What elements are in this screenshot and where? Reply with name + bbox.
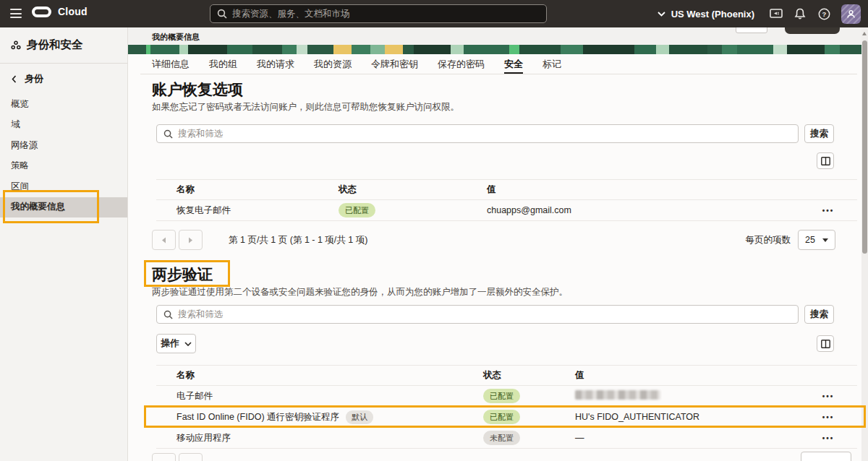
search-icon <box>163 310 173 319</box>
sidebar-item-network-sources[interactable]: 网络源 <box>0 135 127 156</box>
recovery-search-button[interactable]: 搜索 <box>804 124 834 143</box>
topbar: Cloud US West (Phoenix) ? <box>0 0 868 27</box>
next-page-button[interactable] <box>179 453 203 461</box>
sidebar-item-label: 网络源 <box>11 139 38 152</box>
column-header-status[interactable]: 状态 <box>483 369 575 382</box>
profile-menu[interactable] <box>841 4 861 24</box>
sidebar-item-label: 我的概要信息 <box>11 201 65 213</box>
row-name: 恢复电子邮件 <box>176 204 339 217</box>
announcements-icon[interactable] <box>770 7 783 20</box>
status-badge: 已配置 <box>483 410 520 424</box>
sidebar-back-identity[interactable]: 身份 <box>0 64 127 94</box>
sidebar-title-label: 身份和安全 <box>27 38 83 53</box>
twostep-column-picker-button[interactable] <box>817 335 834 352</box>
per-page-select[interactable]: 25 <box>798 230 835 250</box>
svg-text:?: ? <box>822 10 826 18</box>
main-content: 我的概要信息 详细信息 我的组 我的请求 我的资源 令牌和密钥 保存的密码 安全… <box>128 27 868 461</box>
chevron-down-icon <box>658 12 665 17</box>
sidebar-item-label: 区间 <box>11 181 29 193</box>
table-header: 名称 状态 值 <box>156 179 857 200</box>
tab-my-requests[interactable]: 我的请求 <box>257 58 294 74</box>
twostep-search-button[interactable]: 搜索 <box>804 305 834 324</box>
recovery-filter-input[interactable] <box>178 129 791 139</box>
status-badge: 已配置 <box>339 203 375 217</box>
notifications-icon[interactable] <box>793 7 807 20</box>
menu-icon[interactable] <box>10 9 22 18</box>
region-label: US West (Phoenix) <box>671 9 754 20</box>
tab-tags[interactable]: 标记 <box>542 58 561 74</box>
column-header-value[interactable]: 值 <box>575 369 799 382</box>
chevron-left-icon <box>12 75 17 83</box>
recovery-filter-field[interactable] <box>156 124 799 143</box>
row-value: chuapps@gmail.com <box>487 205 799 215</box>
row-actions-button[interactable]: ••• <box>822 392 835 400</box>
chevron-down-icon <box>822 238 828 242</box>
sidebar: 身份和安全 身份 概览 域 网络源 策略 区间 我的概要信息 <box>0 27 128 461</box>
table-row: 移动应用程序 未配置 — ••• <box>156 428 857 449</box>
search-icon <box>217 9 227 19</box>
global-search-input[interactable] <box>232 9 540 19</box>
tab-my-groups[interactable]: 我的组 <box>209 58 237 74</box>
prev-page-button[interactable] <box>152 453 176 461</box>
help-icon[interactable]: ? <box>817 7 830 20</box>
default-badge: 默认 <box>346 410 373 424</box>
table-row: 电子邮件 已配置 ••• <box>156 386 857 407</box>
search-icon <box>163 129 173 139</box>
person-icon <box>846 9 856 19</box>
sidebar-item-label: 域 <box>11 119 20 131</box>
row-actions-button[interactable]: ••• <box>822 207 835 215</box>
next-page-button[interactable] <box>179 230 203 250</box>
pagination-summary: 第 1 页/共 1 页 (第 1 - 1 项/共 1 项) <box>229 234 367 246</box>
twostep-section-description: 两步验证通过使用第二个设备或安全问题来验证您的身份，从而为您的账户增加了一层额外… <box>152 286 568 298</box>
tab-security[interactable]: 安全 <box>504 58 523 74</box>
row-actions-button[interactable]: ••• <box>822 434 835 442</box>
sidebar-item-label: 策略 <box>11 160 29 172</box>
row-value: HU's FIDO_AUTHENTICATOR <box>575 412 799 422</box>
tab-details[interactable]: 详细信息 <box>152 58 190 74</box>
prev-page-button[interactable] <box>152 230 176 250</box>
twostep-pagination-partial <box>152 453 205 461</box>
per-page-value: 25 <box>805 235 815 245</box>
identity-security-icon <box>11 40 21 50</box>
per-page-label: 每页的项数 <box>746 234 791 246</box>
sidebar-item-policies[interactable]: 策略 <box>0 156 127 177</box>
profile-tabs: 详细信息 我的组 我的请求 我的资源 令牌和密钥 保存的密码 安全 标记 <box>152 58 561 74</box>
column-header-value[interactable]: 值 <box>487 184 799 196</box>
twostep-filter-field[interactable] <box>156 305 799 324</box>
column-header-name[interactable]: 名称 <box>176 184 339 196</box>
sidebar-item-my-profile[interactable]: 我的概要信息 <box>0 197 127 218</box>
global-search[interactable] <box>210 4 547 23</box>
status-badge: 未配置 <box>483 431 520 445</box>
column-header-name[interactable]: 名称 <box>176 369 483 382</box>
actions-menu-button[interactable]: 操作 <box>156 334 196 353</box>
oracle-cloud-console: Cloud US West (Phoenix) ? <box>0 0 868 461</box>
twostep-section-title: 两步验证 <box>152 264 213 285</box>
breadcrumb[interactable]: 我的概要信息 <box>152 32 200 43</box>
twostep-table: 名称 状态 值 电子邮件 已配置 ••• Fast ID Online (FID… <box>156 365 857 449</box>
sidebar-title: 身份和安全 <box>0 27 127 64</box>
region-selector[interactable]: US West (Phoenix) <box>658 9 754 20</box>
table-row-fido: Fast ID Online (FIDO) 通行密钥验证程序 默认 已配置 HU… <box>156 407 857 428</box>
tab-my-resources[interactable]: 我的资源 <box>314 58 352 74</box>
recovery-section-description: 如果您忘记了密码或者无法访问账户，则此信息可帮助您恢复账户访问权限。 <box>152 101 459 113</box>
twostep-filter-input[interactable] <box>178 309 791 319</box>
actions-label: 操作 <box>161 337 179 350</box>
recovery-section-title: 账户恢复选项 <box>152 79 243 100</box>
scrollbar-thumb[interactable] <box>862 40 867 254</box>
brand[interactable]: Cloud <box>32 6 88 17</box>
oracle-logo-icon <box>32 7 51 17</box>
redacted-value <box>575 390 660 400</box>
tab-tokens-keys[interactable]: 令牌和密钥 <box>371 58 418 74</box>
sidebar-item-overview[interactable]: 概览 <box>0 94 127 115</box>
sidebar-item-compartments[interactable]: 区间 <box>0 176 127 197</box>
sidebar-item-domains[interactable]: 域 <box>0 115 127 136</box>
status-badge: 已配置 <box>483 389 520 403</box>
row-actions-button[interactable]: ••• <box>822 413 835 421</box>
recovery-column-picker-button[interactable] <box>817 152 834 169</box>
tab-saved-passwords[interactable]: 保存的密码 <box>438 58 485 74</box>
per-page-select-partial[interactable] <box>801 452 851 461</box>
row-name: Fast ID Online (FIDO) 通行密钥验证程序 <box>176 411 339 423</box>
vertical-scrollbar[interactable] <box>861 27 868 461</box>
column-header-status[interactable]: 状态 <box>339 184 487 196</box>
scroll-up-arrow-icon[interactable] <box>862 32 867 35</box>
